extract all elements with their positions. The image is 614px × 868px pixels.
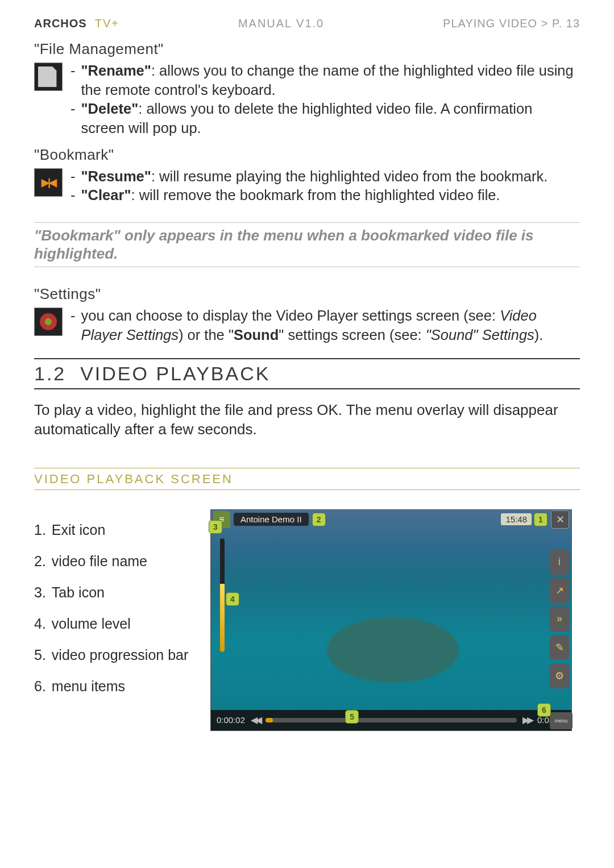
settings-item: you can choose to display the Video Play… <box>70 306 580 344</box>
clear-term: "Clear" <box>81 187 131 203</box>
brand-suffix: TV+ <box>95 17 119 30</box>
player-bottom-bar: 0:00:02 ◀◀ 5 ▶▶ 0:03:16 6 <box>211 710 571 730</box>
file-management-icon <box>34 63 63 91</box>
settings-player-icon: ⚙ <box>550 663 569 688</box>
section-rule-bot <box>34 388 580 389</box>
settings-text: you can choose to display the Video Play… <box>70 306 580 344</box>
resume-text: : will resume playing the highlighted vi… <box>151 168 547 184</box>
rename-term: "Rename" <box>81 63 151 78</box>
page-header: ARCHOS TV+ MANUAL V1.0 PLAYING VIDEO > P… <box>34 17 580 30</box>
resume-term: "Resume" <box>81 168 151 184</box>
settings-block: you can choose to display the Video Play… <box>34 306 580 344</box>
file-management-item-rename: "Rename": allows you to change the name … <box>70 61 580 99</box>
bookmark-icon <box>34 168 63 197</box>
callout-badge-5: 5 <box>345 710 359 724</box>
bookmark-block: "Resume": will resume playing the highli… <box>34 167 580 205</box>
delete-text: : allows you to delete the highlighted v… <box>81 101 533 136</box>
menu-items-icon: menu <box>550 712 572 729</box>
callout-3: 3.Tab icon <box>34 584 193 601</box>
callout-4: 4.volume level <box>34 616 193 632</box>
callout-list: 1.Exit icon 2.video file name 3.Tab icon… <box>34 507 193 709</box>
manual-version: MANUAL V1.0 <box>238 17 324 30</box>
rewind-icon: ◀◀ <box>251 715 260 725</box>
bookmark-heading: "Bookmark" <box>34 146 580 164</box>
video-progression-bar: 5 <box>265 718 517 722</box>
callout-1: 1.Exit icon <box>34 522 193 538</box>
delete-term: "Delete" <box>81 101 139 117</box>
player-top-bar: 3 Antoine Demo II 2 15:48 1 ✕ <box>211 510 571 529</box>
file-management-block: "Rename": allows you to change the name … <box>34 61 580 138</box>
settings-text-mid2: " settings screen (see: <box>279 327 426 343</box>
bookmark-note: "Bookmark" only appears in the menu when… <box>34 222 580 267</box>
page-breadcrumb: PLAYING VIDEO > P. 13 <box>443 17 580 30</box>
video-playback-screenshot: 3 Antoine Demo II 2 15:48 1 ✕ 4 i ↗ » ✎ … <box>210 509 572 731</box>
settings-heading: "Settings" <box>34 285 580 303</box>
manual-page: ARCHOS TV+ MANUAL V1.0 PLAYING VIDEO > P… <box>0 0 614 754</box>
header-left: ARCHOS TV+ <box>34 17 119 30</box>
callout-badge-6: 6 <box>537 703 551 717</box>
callout-5: 5.video progression bar <box>34 647 193 663</box>
bookmark-list: "Resume": will resume playing the highli… <box>70 167 547 205</box>
settings-bold-sound: Sound <box>234 327 279 343</box>
file-management-list: "Rename": allows you to change the name … <box>70 61 580 138</box>
subsection-heading: VIDEO PLAYBACK SCREEN <box>34 468 580 490</box>
callout-badge-3: 3 <box>209 520 222 534</box>
callout-badge-2: 2 <box>312 513 326 526</box>
callout-6: 6.menu items <box>34 678 193 695</box>
bookmark-set-icon: ✎ <box>550 635 569 660</box>
volume-level-track: 4 <box>220 538 225 652</box>
video-progression-fill <box>265 718 273 722</box>
video-file-name: Antoine Demo II <box>234 513 309 526</box>
section-heading: 1.2 VIDEO PLAYBACK <box>34 360 580 387</box>
info-icon: i <box>550 550 569 575</box>
bookmark-item-clear: "Clear": will remove the bookmark from t… <box>70 186 547 205</box>
bookmark-item-resume: "Resume": will resume playing the highli… <box>70 167 547 186</box>
settings-text-pre: you can choose to display the Video Play… <box>81 308 500 323</box>
rename-text: : allows you to change the name of the h… <box>81 63 574 98</box>
file-management-heading: "File Management" <box>34 40 580 58</box>
settings-text-mid: ) or the " <box>179 327 234 343</box>
exit-icon: ✕ <box>551 510 569 529</box>
player-side-menu: i ↗ » ✎ ⚙ <box>550 550 569 688</box>
format-icon: ↗ <box>550 578 569 603</box>
brand-logo: ARCHOS <box>34 17 87 30</box>
settings-text-post: ). <box>534 327 544 343</box>
player-clock: 15:48 <box>501 513 532 525</box>
callout-badge-4: 4 <box>226 592 239 606</box>
callout-badge-1: 1 <box>534 513 547 526</box>
volume-level-fill <box>220 584 225 652</box>
forward-icon: ▶▶ <box>522 715 532 725</box>
playback-screen-row: 1.Exit icon 2.video file name 3.Tab icon… <box>34 507 580 731</box>
clear-text: : will remove the bookmark from the high… <box>131 187 500 203</box>
video-content-illustration <box>285 578 501 709</box>
file-management-item-delete: "Delete": allows you to delete the highl… <box>70 99 580 138</box>
speed-icon: » <box>550 607 569 632</box>
section-title: VIDEO PLAYBACK <box>80 363 270 384</box>
section-rule-top <box>34 358 580 359</box>
settings-icon <box>34 308 63 336</box>
section-number: 1.2 <box>34 363 66 384</box>
tab-icon: 3 <box>213 511 230 528</box>
callout-2: 2.video file name <box>34 553 193 570</box>
settings-link-sound: "Sound" Settings <box>426 327 534 343</box>
elapsed-time: 0:00:02 <box>217 715 245 725</box>
section-intro: To play a video, highlight the file and … <box>34 401 580 439</box>
